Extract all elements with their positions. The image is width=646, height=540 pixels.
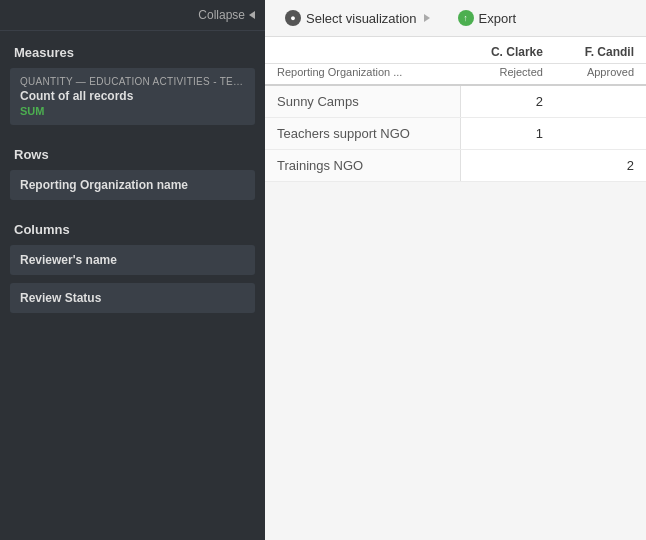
measures-section: Measures QUANTITY — EDUCATION ACTIVITIES… <box>0 31 265 133</box>
columns-card-reviewer[interactable]: Reviewer's name <box>10 245 255 275</box>
table-row: Trainings NGO2 <box>265 150 646 182</box>
row-col-header <box>265 37 461 64</box>
table-subheader-row: Reporting Organization ... Rejected Appr… <box>265 64 646 86</box>
row-c-clarke-cell: 1 <box>461 118 555 150</box>
export-icon: ↑ <box>458 10 474 26</box>
row-label-cell: Teachers support NGO <box>265 118 461 150</box>
col-header-c-clarke: C. Clarke <box>461 37 555 64</box>
row-label-cell: Trainings NGO <box>265 150 461 182</box>
toolbar: ● Select visualization ↑ Export <box>265 0 646 37</box>
measures-card-title: Count of all records <box>20 89 245 103</box>
row-f-candil-cell <box>555 85 646 118</box>
col-header-f-candil: F. Candil <box>555 37 646 64</box>
table-row: Sunny Camps2 <box>265 85 646 118</box>
select-viz-chevron-icon <box>424 14 430 22</box>
main-content: ● Select visualization ↑ Export C. Clark… <box>265 0 646 540</box>
sidebar: Collapse Measures QUANTITY — EDUCATION A… <box>0 0 265 540</box>
table-body: Sunny Camps2Teachers support NGO1Trainin… <box>265 85 646 182</box>
columns-section: Columns Reviewer's name Review Status <box>0 208 265 321</box>
chevron-left-icon <box>249 11 255 19</box>
row-c-clarke-cell: 2 <box>461 85 555 118</box>
row-f-candil-cell <box>555 118 646 150</box>
row-label-cell: Sunny Camps <box>265 85 461 118</box>
col-subheader-f-candil: Approved <box>555 64 646 86</box>
collapse-label: Collapse <box>198 8 245 22</box>
col-subheader-c-clarke: Rejected <box>461 64 555 86</box>
collapse-button[interactable]: Collapse <box>198 8 255 22</box>
table-header-row: C. Clarke F. Candil <box>265 37 646 64</box>
rows-title: Rows <box>0 133 265 170</box>
select-viz-icon: ● <box>285 10 301 26</box>
export-button[interactable]: ↑ Export <box>452 6 523 30</box>
data-table: C. Clarke F. Candil Reporting Organizati… <box>265 37 646 182</box>
row-c-clarke-cell <box>461 150 555 182</box>
table-row: Teachers support NGO1 <box>265 118 646 150</box>
measures-card-sub: SUM <box>20 105 245 117</box>
collapse-bar: Collapse <box>0 0 265 31</box>
rows-card-label: Reporting Organization name <box>20 178 245 192</box>
row-col-subheader: Reporting Organization ... <box>265 64 461 86</box>
columns-title: Columns <box>0 208 265 245</box>
measures-title: Measures <box>0 31 265 68</box>
measures-card[interactable]: QUANTITY — EDUCATION ACTIVITIES - TEACHE… <box>10 68 255 125</box>
columns-card-status[interactable]: Review Status <box>10 283 255 313</box>
columns-reviewer-label: Reviewer's name <box>20 253 245 267</box>
columns-status-label: Review Status <box>20 291 245 305</box>
select-visualization-button[interactable]: ● Select visualization <box>279 6 436 30</box>
table-area: C. Clarke F. Candil Reporting Organizati… <box>265 37 646 540</box>
rows-card[interactable]: Reporting Organization name <box>10 170 255 200</box>
measures-card-label: QUANTITY — EDUCATION ACTIVITIES - TEACHE… <box>20 76 245 87</box>
select-viz-label: Select visualization <box>306 11 417 26</box>
row-f-candil-cell: 2 <box>555 150 646 182</box>
export-label: Export <box>479 11 517 26</box>
rows-section: Rows Reporting Organization name <box>0 133 265 208</box>
